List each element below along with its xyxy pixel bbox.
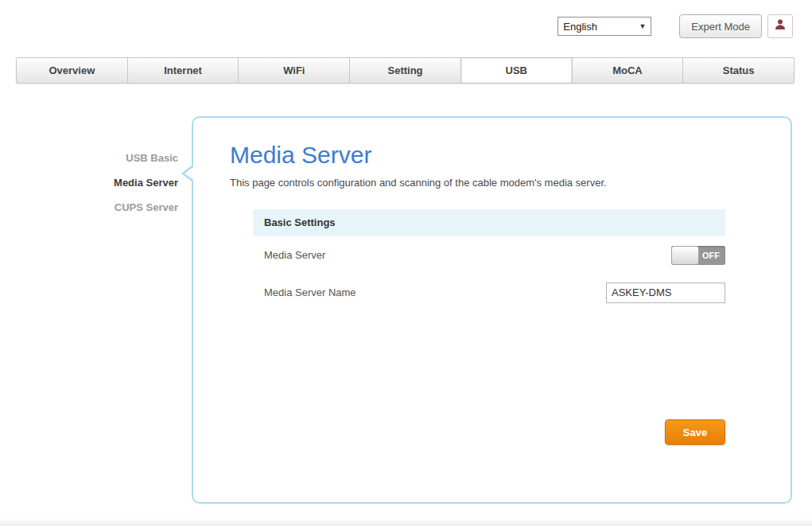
sidebar-item-usb-basic[interactable]: USB Basic [24,146,180,170]
sidebar-item-cups-server[interactable]: CUPS Server [24,195,180,220]
sidebar-item-media-server[interactable]: Media Server [24,170,180,195]
toggle-knob [671,246,699,265]
tab-usb[interactable]: USB [461,58,573,83]
main-tab-bar: Overview Internet WiFi Setting USB MoCA … [16,57,795,84]
tab-moca[interactable]: MoCA [573,58,684,83]
content-panel: Media Server This page controls configur… [192,116,792,504]
media-server-name-input[interactable] [606,282,725,303]
panel-pointer-arrow-fill [185,167,193,180]
tab-setting[interactable]: Setting [350,58,461,83]
tab-overview[interactable]: Overview [17,58,128,83]
toggle-state-label: OFF [702,246,720,265]
media-server-name-label: Media Server Name [264,286,356,298]
user-icon [774,18,787,34]
tab-wifi[interactable]: WiFi [239,58,350,83]
page-title: Media Server [230,142,791,169]
user-account-button[interactable] [767,14,793,38]
section-header: Basic Settings [253,209,725,236]
media-server-name-row: Media Server Name [253,274,725,311]
usb-sub-nav: USB Basic Media Server CUPS Server [24,146,180,220]
page-description: This page controls configuration and sca… [230,177,791,189]
expert-mode-label: Expert Mode [691,21,750,33]
media-server-label: Media Server [264,249,325,261]
basic-settings-section: Basic Settings Media Server OFF Media Se… [253,209,725,311]
chevron-down-icon: ▼ [639,22,646,30]
tab-internet[interactable]: Internet [128,58,239,83]
media-server-row: Media Server OFF [253,236,725,274]
top-bar: English ▼ Expert Mode [558,14,793,38]
save-button-label: Save [683,427,707,438]
language-select-value: English [563,21,597,33]
language-select[interactable]: English ▼ [558,17,651,36]
media-server-toggle[interactable]: OFF [671,246,725,265]
tab-status[interactable]: Status [683,58,794,83]
save-button[interactable]: Save [665,419,725,445]
expert-mode-button[interactable]: Expert Mode [679,14,762,38]
